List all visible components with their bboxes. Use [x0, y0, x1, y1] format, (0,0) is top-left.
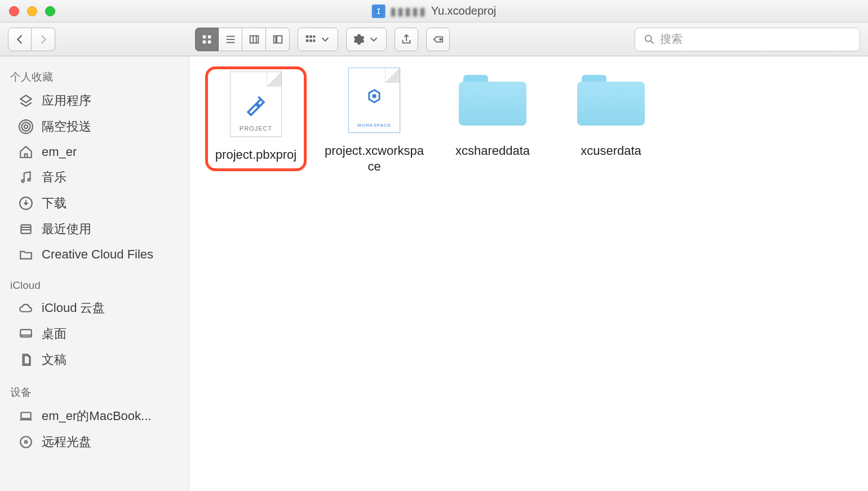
back-button[interactable] [8, 28, 32, 51]
sidebar-item-label: 应用程序 [42, 92, 91, 109]
file-icon: PROJECT [222, 70, 290, 138]
sidebar-section-devices: 设备 [0, 382, 189, 403]
hammer-icon [244, 92, 268, 116]
sidebar-item-downloads[interactable]: 下载 [0, 190, 189, 216]
maximize-button[interactable] [45, 6, 55, 16]
arrange-button[interactable] [298, 28, 338, 51]
svg-line-21 [651, 41, 654, 43]
sidebar-section-favorites: 个人收藏 [0, 66, 189, 88]
folder-icon [459, 66, 526, 134]
sidebar-item-label: 音乐 [42, 169, 67, 186]
sidebar-item-airdrop[interactable]: 隔空投送 [0, 114, 189, 140]
search-box[interactable] [635, 28, 860, 51]
search-input[interactable] [660, 33, 852, 46]
tags-button[interactable] [426, 28, 450, 51]
list-view-button[interactable] [219, 28, 242, 51]
workspace-icon [362, 88, 387, 113]
svg-rect-3 [203, 40, 206, 43]
sidebar-item-applications[interactable]: 应用程序 [0, 88, 189, 114]
sidebar-item-label: Creative Cloud Files [42, 247, 153, 262]
toolbar [0, 23, 868, 56]
laptop-icon [18, 408, 34, 424]
sidebar-item-label: em_er [42, 145, 77, 159]
window-title-text: Yu.xcodeproj [431, 5, 497, 17]
svg-rect-4 [208, 40, 211, 43]
file-item-project-pbxproj[interactable]: PROJECT project.pbxproj [205, 66, 307, 171]
svg-rect-18 [313, 39, 316, 42]
svg-rect-31 [20, 329, 32, 337]
action-button[interactable] [346, 28, 387, 51]
sidebar-item-macbook[interactable]: em_er的MacBook... [0, 403, 189, 429]
file-item-project-xcworkspace[interactable]: WORKSPACE project.xcworkspace [324, 66, 425, 174]
svg-point-35 [20, 436, 32, 448]
file-icon-caption: PROJECT [240, 125, 272, 132]
sidebar-item-label: 最近使用 [42, 221, 91, 238]
svg-point-36 [25, 441, 27, 443]
airdrop-icon [18, 119, 34, 135]
svg-point-37 [372, 94, 376, 98]
svg-rect-16 [306, 39, 309, 42]
sidebar-item-label: 下载 [42, 195, 67, 212]
svg-rect-14 [309, 35, 312, 38]
gallery-view-button[interactable] [266, 28, 290, 51]
svg-rect-17 [309, 39, 312, 42]
nav-group [8, 28, 55, 51]
sidebar-item-desktop[interactable]: 桌面 [0, 321, 189, 347]
sidebar: 个人收藏 应用程序 隔空投送 em_er 音乐 下载 [0, 56, 189, 491]
music-icon [18, 169, 34, 185]
file-label: xcshareddata [455, 143, 530, 159]
svg-rect-15 [313, 35, 316, 38]
svg-point-19 [440, 38, 441, 40]
body: 个人收藏 应用程序 隔空投送 em_er 音乐 下载 [0, 56, 868, 491]
svg-rect-8 [250, 35, 258, 43]
window-title-obscured: ▮▮▮▮▮ [390, 5, 427, 18]
svg-point-22 [24, 125, 28, 129]
finder-window: ▮▮▮▮▮ Yu.xcodeproj [0, 0, 868, 491]
sidebar-item-label: 桌面 [42, 325, 67, 342]
downloads-icon [18, 195, 34, 211]
forward-button[interactable] [32, 28, 55, 51]
documents-icon [18, 352, 34, 368]
file-label: project.pbxproj [215, 147, 296, 163]
xcodeproj-icon [372, 5, 386, 18]
sidebar-item-label: em_er的MacBook... [42, 408, 151, 425]
sidebar-item-home[interactable]: em_er [0, 140, 189, 164]
sidebar-item-recents[interactable]: 最近使用 [0, 216, 189, 242]
file-item-xcshareddata[interactable]: xcshareddata [442, 66, 543, 159]
svg-rect-1 [203, 35, 206, 38]
desktop-icon [18, 326, 34, 342]
svg-rect-33 [21, 413, 30, 419]
titlebar: ▮▮▮▮▮ Yu.xcodeproj [0, 0, 868, 23]
minimize-button[interactable] [27, 6, 37, 16]
sidebar-item-creative-cloud[interactable]: Creative Cloud Files [0, 242, 189, 267]
traffic-lights [0, 6, 55, 16]
sidebar-item-label: 文稿 [42, 351, 67, 368]
svg-rect-11 [273, 35, 276, 43]
svg-point-20 [645, 35, 652, 41]
sidebar-item-documents[interactable]: 文稿 [0, 347, 189, 373]
sidebar-section-icloud: iCloud [0, 276, 189, 295]
close-button[interactable] [9, 6, 19, 16]
file-label: xcuserdata [581, 143, 641, 159]
file-icon: WORKSPACE [340, 66, 408, 134]
file-icon-caption: WORKSPACE [357, 123, 391, 128]
file-browser[interactable]: PROJECT project.pbxproj WORKSPACE [189, 56, 868, 491]
folder-icon [577, 66, 645, 134]
sidebar-item-music[interactable]: 音乐 [0, 164, 189, 190]
file-label: project.xcworkspace [324, 143, 425, 174]
share-button[interactable] [395, 28, 418, 51]
file-item-xcuserdata[interactable]: xcuserdata [560, 66, 662, 159]
sidebar-item-remote-disc[interactable]: 远程光盘 [0, 429, 189, 455]
svg-point-23 [21, 122, 30, 131]
applications-icon [18, 93, 34, 109]
home-icon [18, 144, 34, 160]
folder-icon [18, 247, 34, 262]
sidebar-item-label: 远程光盘 [42, 434, 91, 450]
disc-icon [18, 434, 34, 450]
column-view-button[interactable] [242, 28, 266, 51]
icon-view-button[interactable] [195, 28, 219, 51]
svg-point-26 [28, 178, 30, 181]
sidebar-item-icloud-drive[interactable]: iCloud 云盘 [0, 295, 189, 321]
svg-rect-2 [208, 35, 211, 38]
svg-point-25 [21, 180, 24, 182]
